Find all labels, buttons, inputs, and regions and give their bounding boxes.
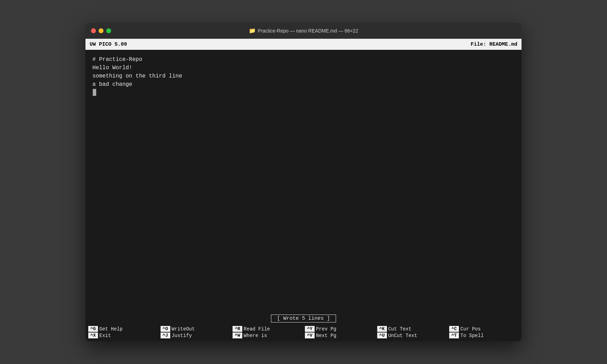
editor-line-3: something on the third line (92, 72, 515, 80)
nano-filename: File: README.md (471, 42, 517, 47)
editor-line-5 (92, 89, 515, 97)
traffic-lights (91, 28, 111, 33)
nano-header: UW PICO 5.09 File: README.md (85, 39, 522, 50)
shortcut-exit: ^X Exit (88, 333, 158, 338)
minimize-button[interactable] (99, 28, 103, 33)
editor-line-1: # Practice-Repo (92, 55, 515, 64)
shortcut-key-j: ^J (161, 333, 170, 338)
text-cursor (93, 89, 96, 96)
shortcut-key-x: ^X (88, 333, 98, 338)
shortcut-key-w: ^W (233, 333, 242, 338)
shortcut-read-file: ^R Read File (233, 326, 302, 332)
shortcut-cur-pos: ^C Cur Pos (449, 326, 519, 332)
shortcut-label-writeout: WriteOut (172, 326, 195, 332)
shortcuts-bar: ^G Get Help ^O WriteOut ^R Read File ^Y … (85, 325, 522, 341)
shortcut-key-k: ^K (377, 326, 387, 332)
shortcut-key-y: ^Y (305, 326, 315, 332)
status-bar: [ Wrote 5 lines ] (85, 312, 522, 325)
shortcut-key-u: ^U (377, 333, 387, 338)
shortcut-label-to-spell: To Spell (460, 333, 483, 338)
shortcut-key-t: ^T (449, 333, 459, 338)
shortcut-label-uncut-text: UnCut Text (388, 333, 417, 338)
folder-icon: 📁 (249, 27, 256, 34)
fullscreen-button[interactable] (106, 28, 111, 33)
shortcut-uncut-text: ^U UnCut Text (377, 333, 447, 338)
shortcut-writeout: ^O WriteOut (161, 326, 230, 332)
status-message: [ Wrote 5 lines ] (271, 315, 336, 322)
editor-line-4: a bad change (92, 80, 515, 89)
shortcut-get-help: ^G Get Help (88, 326, 158, 332)
shortcut-to-spell: ^T To Spell (449, 333, 519, 338)
shortcut-key-o: ^O (161, 326, 170, 332)
shortcut-key-v: ^V (305, 333, 315, 338)
shortcut-key-c: ^C (449, 326, 459, 332)
nano-version: UW PICO 5.09 (90, 42, 127, 47)
titlebar: 📁 Practice-Repo — nano README.md — 86×22 (85, 23, 522, 39)
shortcut-label-justify: Justify (172, 333, 192, 338)
editor-line-2: Hello World! (92, 64, 515, 72)
shortcut-label-read-file: Read File (244, 326, 270, 332)
shortcut-label-exit: Exit (99, 333, 111, 338)
shortcut-cut-text: ^K Cut Text (377, 326, 447, 332)
close-button[interactable] (91, 28, 96, 33)
shortcut-prev-pg: ^Y Prev Pg (305, 326, 374, 332)
shortcut-label-cur-pos: Cur Pos (460, 326, 481, 332)
shortcut-label-get-help: Get Help (99, 326, 123, 332)
shortcut-key-r: ^R (233, 326, 242, 332)
shortcut-next-pg: ^V Next Pg (305, 333, 374, 338)
editor-area[interactable]: # Practice-Repo Hello World! something o… (85, 50, 522, 312)
shortcut-label-next-pg: Next Pg (316, 333, 336, 338)
shortcut-key-g: ^G (88, 326, 98, 332)
shortcut-label-cut-text: Cut Text (388, 326, 411, 332)
window-title: Practice-Repo — nano README.md — 86×22 (258, 28, 358, 34)
shortcut-where-is: ^W Where is (233, 333, 302, 338)
shortcut-label-where-is: Where is (244, 333, 267, 338)
shortcut-justify: ^J Justify (161, 333, 230, 338)
shortcut-label-prev-pg: Prev Pg (316, 326, 336, 332)
terminal-window: 📁 Practice-Repo — nano README.md — 86×22… (85, 23, 522, 341)
